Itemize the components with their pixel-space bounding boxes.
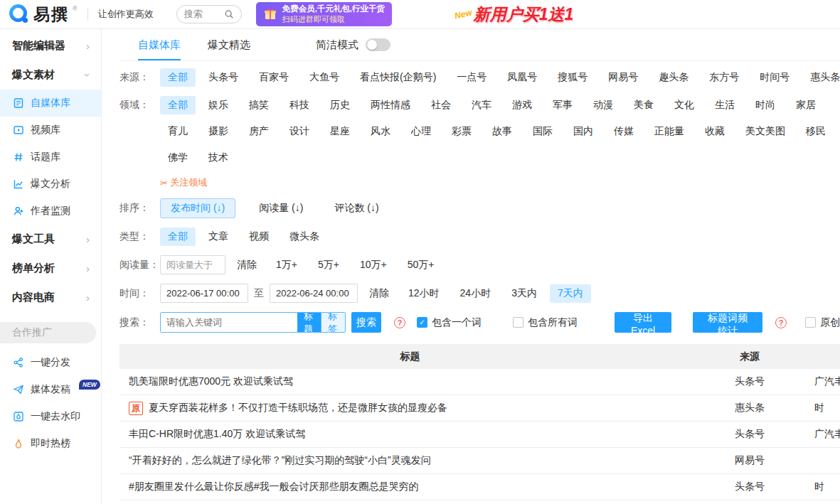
sidebar-item-rank-analysis[interactable]: 榜单分析 — [0, 254, 101, 283]
sidebar-item-hot-list[interactable]: 即时热榜 — [0, 430, 101, 457]
date-to-input[interactable] — [270, 284, 358, 303]
reads-threshold-input[interactable] — [160, 255, 225, 274]
table-row[interactable]: 凯美瑞限时优惠7000元 欢迎试乘试驾 头条号 广汽丰 — [119, 369, 840, 395]
field-filter-chip[interactable]: 时尚 — [748, 96, 783, 114]
export-excel-button[interactable]: 导出Excel — [615, 312, 671, 333]
sidebar-item-hot-tools[interactable]: 爆文工具 — [0, 225, 101, 254]
help-icon[interactable] — [775, 317, 787, 328]
field-filter-chip[interactable]: 家居 — [788, 96, 824, 114]
reads-filter-chip[interactable]: 5万+ — [310, 256, 347, 274]
field-filter-chip[interactable]: 房产 — [241, 122, 277, 141]
time-filter-chip[interactable]: 24小时 — [452, 284, 499, 303]
contains-all-words-checkbox[interactable]: 包含所有词 — [513, 316, 578, 329]
field-filter-chip[interactable]: 移民 — [798, 122, 834, 141]
field-filter-chip[interactable]: 星座 — [322, 122, 358, 141]
time-filter-chip[interactable]: 7天内 — [550, 284, 591, 303]
search-by-tag-button[interactable]: 标签 — [321, 313, 345, 332]
source-filter-chip[interactable]: 东方号 — [701, 68, 747, 87]
field-filter-chip[interactable]: 故事 — [484, 122, 520, 141]
sort-filter-chip[interactable]: 阅读量 (↓) — [251, 199, 311, 218]
source-filter-chip[interactable]: 百家号 — [251, 68, 297, 87]
date-from-input[interactable] — [160, 284, 248, 303]
field-filter-chip[interactable]: 汽车 — [464, 96, 499, 114]
header-search[interactable]: 搜索 — [176, 5, 242, 23]
contains-one-word-checkbox[interactable]: 包含一个词 — [417, 316, 482, 329]
field-filter-chip[interactable]: 国内 — [565, 122, 601, 141]
follow-field-link[interactable]: 关注领域 — [160, 176, 207, 189]
table-row[interactable]: 原 夏天穿西装花样多！不仅打造干练职场范，还是微胖女孩的显瘦必备 惠头条 时 — [119, 395, 840, 422]
type-filter-chip[interactable]: 视频 — [241, 227, 277, 246]
source-filter-chip[interactable]: 一点号 — [449, 68, 494, 87]
field-filter-chip[interactable]: 两性情感 — [363, 96, 418, 114]
sort-filter-chip[interactable]: 评论数 (↓) — [326, 199, 386, 218]
source-filter-chip[interactable]: 时间号 — [752, 68, 797, 87]
field-filter-chip[interactable]: 全部 — [160, 96, 196, 114]
table-row[interactable]: #朋友圈里发什么最让你反感#我一般会讨厌那些朋友圈总是哭穷的 头条号 时 — [119, 474, 840, 500]
sidebar-item-author-monitor[interactable]: 作者监测 — [0, 198, 101, 225]
field-filter-chip[interactable]: 收藏 — [697, 122, 733, 141]
field-filter-chip[interactable]: 正能量 — [647, 122, 692, 141]
field-filter-chip[interactable]: 育儿 — [160, 122, 196, 141]
tab-hot-selection[interactable]: 爆文精选 — [208, 29, 250, 60]
simple-mode-toggle[interactable] — [366, 38, 390, 51]
source-filter-chip[interactable]: 头条号 — [201, 68, 246, 87]
field-filter-chip[interactable]: 彩票 — [444, 122, 479, 141]
search-button[interactable]: 搜索 — [351, 312, 381, 333]
field-filter-chip[interactable]: 心理 — [403, 122, 439, 141]
type-filter-chip[interactable]: 文章 — [201, 227, 236, 246]
field-filter-chip[interactable]: 游戏 — [504, 96, 540, 114]
source-filter-chip[interactable]: 网易号 — [600, 68, 646, 87]
source-filter-chip[interactable]: 全部 — [160, 68, 196, 87]
help-icon[interactable] — [394, 317, 405, 328]
field-filter-chip[interactable]: 摄影 — [201, 122, 236, 141]
sidebar-item-smart-editor[interactable]: 智能编辑器 — [0, 31, 101, 60]
source-filter-chip[interactable]: 搜狐号 — [550, 68, 595, 87]
field-filter-chip[interactable]: 动漫 — [585, 96, 621, 114]
tab-media-library[interactable]: 自媒体库 — [138, 29, 181, 60]
new-user-promo[interactable]: New 新用户买1送1 — [454, 4, 573, 26]
sidebar-item-content-ecommerce[interactable]: 内容电商 — [0, 283, 101, 312]
sort-filter-chip[interactable]: 发布时间 (↓) — [160, 198, 235, 218]
field-filter-chip[interactable]: 传媒 — [606, 122, 642, 141]
field-filter-chip[interactable]: 搞笑 — [241, 96, 277, 114]
reads-filter-chip[interactable]: 10万+ — [352, 256, 395, 274]
source-filter-chip[interactable]: 看点快报(企鹅号) — [352, 68, 444, 87]
field-filter-chip[interactable]: 文化 — [666, 96, 702, 114]
sidebar-item-hot-material[interactable]: 爆文素材 — [0, 60, 101, 90]
field-filter-chip[interactable]: 美文美图 — [738, 122, 793, 141]
time-clear-link[interactable]: 清除 — [369, 287, 389, 300]
source-filter-chip[interactable]: 大鱼号 — [302, 68, 347, 87]
time-filter-chip[interactable]: 12小时 — [400, 284, 447, 303]
search-by-title-button[interactable]: 标题 — [297, 313, 321, 332]
sidebar-item-media-library[interactable]: 自媒体库 — [0, 90, 101, 117]
field-filter-chip[interactable]: 生活 — [707, 96, 743, 114]
reads-filter-chip[interactable]: 50万+ — [400, 256, 442, 274]
field-filter-chip[interactable]: 美食 — [626, 96, 661, 114]
field-filter-chip[interactable]: 佛学 — [160, 149, 196, 167]
app-logo[interactable]: 易撰 ® — [9, 4, 78, 25]
sidebar-item-media-publish[interactable]: 媒体发稿 NEW — [0, 376, 101, 403]
original-only-checkbox[interactable]: 原创 — [805, 316, 840, 329]
keyword-input[interactable] — [161, 313, 297, 332]
field-filter-chip[interactable]: 科技 — [282, 96, 317, 114]
reads-clear-link[interactable]: 清除 — [237, 259, 257, 272]
field-filter-chip[interactable]: 社会 — [423, 96, 459, 114]
membership-promo-banner[interactable]: 免费会员,千元礼包,行业干货 扫码进群即可领取 — [256, 2, 392, 26]
field-filter-chip[interactable]: 设计 — [282, 122, 317, 141]
field-filter-chip[interactable]: 娱乐 — [201, 96, 236, 114]
title-word-frequency-button[interactable]: 标题词频统计 — [693, 312, 762, 333]
type-filter-chip[interactable]: 全部 — [160, 227, 196, 246]
field-filter-chip[interactable]: 历史 — [322, 96, 358, 114]
field-filter-chip[interactable]: 风水 — [363, 122, 398, 141]
sidebar-item-topic-library[interactable]: 话题库 — [0, 144, 101, 171]
sidebar-item-remove-watermark[interactable]: 一键去水印 — [0, 403, 101, 430]
field-filter-chip[interactable]: 技术 — [201, 149, 236, 167]
source-filter-chip[interactable]: 凤凰号 — [499, 68, 545, 87]
sidebar-item-one-key-distribute[interactable]: 一键分发 — [0, 349, 101, 376]
time-filter-chip[interactable]: 3天内 — [504, 284, 545, 303]
reads-filter-chip[interactable]: 1万+ — [268, 256, 305, 274]
field-filter-chip[interactable]: 军事 — [545, 96, 580, 114]
sidebar-item-article-analysis[interactable]: 爆文分析 — [0, 171, 101, 198]
source-filter-chip[interactable]: 趣头条 — [651, 68, 696, 87]
type-filter-chip[interactable]: 微头条 — [282, 227, 327, 246]
